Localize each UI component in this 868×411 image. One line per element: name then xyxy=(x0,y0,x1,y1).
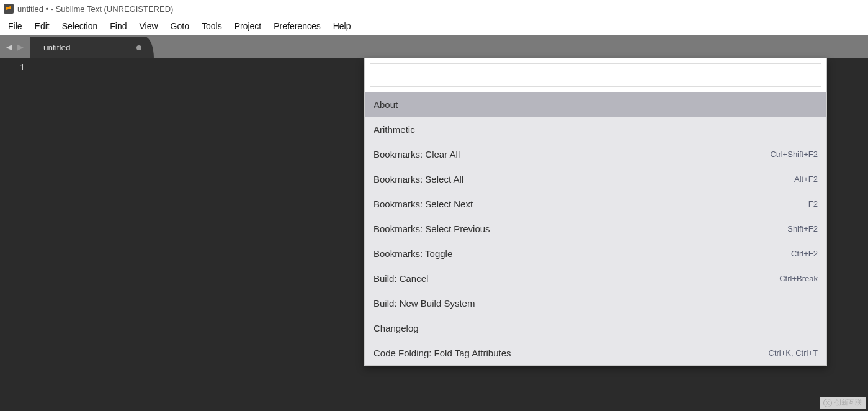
palette-item-shortcut: Ctrl+Break xyxy=(779,274,818,283)
palette-item-bookmarks-select-next[interactable]: Bookmarks: Select Next F2 xyxy=(365,191,826,216)
tab-label: untitled xyxy=(43,43,71,52)
palette-item-label: Bookmarks: Clear All xyxy=(374,149,460,160)
palette-item-shortcut: Ctrl+F2 xyxy=(791,249,818,258)
palette-item-bookmarks-select-all[interactable]: Bookmarks: Select All Alt+F2 xyxy=(365,166,826,191)
palette-item-build-cancel[interactable]: Build: Cancel Ctrl+Break xyxy=(365,266,826,291)
palette-item-label: Arithmetic xyxy=(374,124,415,135)
menu-preferences[interactable]: Preferences xyxy=(268,19,326,33)
palette-item-label: Bookmarks: Select Previous xyxy=(374,224,490,234)
palette-item-bookmarks-toggle[interactable]: Bookmarks: Toggle Ctrl+F2 xyxy=(365,241,826,266)
palette-item-label: Code Folding: Fold Tag Attributes xyxy=(374,348,511,358)
menu-file[interactable]: File xyxy=(2,19,28,33)
tab-next-icon[interactable]: ▶ xyxy=(17,42,24,52)
editor-area[interactable]: 1 About Arithmetic Bookmarks: Clear All … xyxy=(0,58,868,411)
menu-edit[interactable]: Edit xyxy=(29,19,55,33)
gutter: 1 xyxy=(0,58,36,411)
menu-selection[interactable]: Selection xyxy=(56,19,104,33)
palette-item-label: Bookmarks: Toggle xyxy=(374,248,452,259)
palette-item-build-new-build-system[interactable]: Build: New Build System xyxy=(365,291,826,315)
sublime-app-icon xyxy=(4,4,14,14)
palette-item-label: Build: Cancel xyxy=(374,273,428,284)
tab-untitled[interactable]: untitled xyxy=(30,37,154,58)
tab-prev-icon[interactable]: ◀ xyxy=(6,42,12,52)
palette-item-label: About xyxy=(374,99,398,110)
watermark-text: 创新互联 xyxy=(834,398,862,407)
palette-list[interactable]: About Arithmetic Bookmarks: Clear All Ct… xyxy=(365,92,826,365)
palette-item-shortcut: Alt+F2 xyxy=(794,174,818,184)
menu-tools[interactable]: Tools xyxy=(196,19,228,33)
menu-bar: File Edit Selection Find View Goto Tools… xyxy=(0,17,868,35)
palette-item-shortcut: F2 xyxy=(808,199,818,209)
palette-item-label: Changelog xyxy=(374,323,419,333)
line-number-1: 1 xyxy=(0,62,25,72)
palette-item-label: Build: New Build System xyxy=(374,298,475,309)
title-bar: untitled • - Sublime Text (UNREGISTERED) xyxy=(0,0,868,17)
window-title: untitled • - Sublime Text (UNREGISTERED) xyxy=(17,4,173,14)
palette-item-bookmarks-select-previous[interactable]: Bookmarks: Select Previous Shift+F2 xyxy=(365,216,826,241)
tab-strip: ◀ ▶ untitled xyxy=(0,35,868,58)
menu-view[interactable]: View xyxy=(134,19,164,33)
menu-goto[interactable]: Goto xyxy=(165,19,195,33)
watermark: X 创新互联 xyxy=(820,397,866,409)
palette-input-wrap xyxy=(365,58,826,92)
palette-item-label: Bookmarks: Select All xyxy=(374,174,463,184)
command-palette: About Arithmetic Bookmarks: Clear All Ct… xyxy=(364,58,827,366)
palette-item-label: Bookmarks: Select Next xyxy=(374,199,473,209)
watermark-icon: X xyxy=(823,399,832,407)
palette-item-arithmetic[interactable]: Arithmetic xyxy=(365,117,826,142)
palette-item-shortcut: Shift+F2 xyxy=(787,224,818,233)
palette-item-code-folding-fold-tag-attributes[interactable]: Code Folding: Fold Tag Attributes Ctrl+K… xyxy=(365,340,826,365)
palette-item-changelog[interactable]: Changelog xyxy=(365,315,826,340)
palette-input[interactable] xyxy=(370,63,821,87)
tab-nav-arrows: ◀ ▶ xyxy=(0,35,30,58)
palette-item-about[interactable]: About xyxy=(365,92,826,117)
dirty-indicator-icon xyxy=(136,45,141,50)
menu-help[interactable]: Help xyxy=(328,19,357,33)
palette-item-shortcut: Ctrl+Shift+F2 xyxy=(770,150,818,159)
palette-item-shortcut: Ctrl+K, Ctrl+T xyxy=(769,348,818,358)
menu-project[interactable]: Project xyxy=(229,19,267,33)
menu-find[interactable]: Find xyxy=(104,19,132,33)
palette-item-bookmarks-clear-all[interactable]: Bookmarks: Clear All Ctrl+Shift+F2 xyxy=(365,142,826,166)
